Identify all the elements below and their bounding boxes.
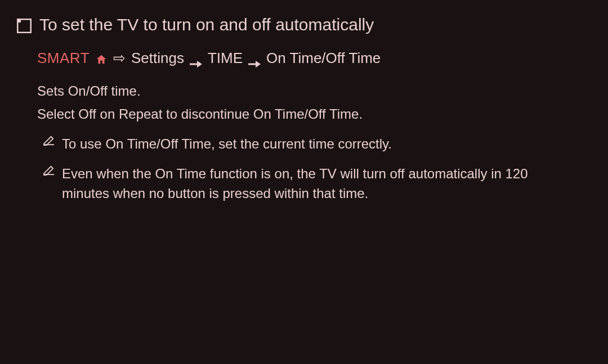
svg-marker-3 — [197, 61, 202, 68]
page-title: To set the TV to turn on and off automat… — [39, 15, 374, 35]
home-icon — [95, 52, 108, 65]
pencil-icon — [43, 136, 55, 154]
breadcrumb-smart: SMART — [37, 50, 90, 67]
breadcrumb-time: TIME — [208, 50, 243, 67]
help-page: To set the TV to turn on and off automat… — [0, 0, 608, 364]
note-1: To use On Time/Off Time, set the current… — [43, 134, 578, 154]
pencil-icon — [43, 165, 55, 204]
topic-icon — [17, 17, 32, 32]
body-line-1: Sets On/Off time. — [37, 80, 578, 101]
note-2: Even when the On Time function is on, th… — [43, 164, 578, 204]
double-arrow-icon: ⇨ — [113, 50, 126, 67]
svg-rect-1 — [17, 19, 21, 23]
note-2-text: Even when the On Time function is on, th… — [62, 164, 578, 204]
breadcrumb-settings: Settings — [131, 50, 184, 67]
breadcrumb-onoff: On Time/Off Time — [266, 50, 381, 67]
body-block: Sets On/Off time. Select Off on Repeat t… — [37, 80, 578, 204]
page-title-row: To set the TV to turn on and off automat… — [17, 15, 591, 35]
breadcrumb: SMART ⇨ Settings TIME On Time/Off Time — [37, 50, 591, 67]
body-line-2: Select Off on Repeat to discontinue On T… — [37, 104, 578, 124]
svg-marker-5 — [256, 61, 261, 68]
arrow-right-icon — [248, 55, 261, 62]
note-1-text: To use On Time/Off Time, set the current… — [62, 134, 578, 154]
arrow-right-icon — [190, 55, 202, 62]
